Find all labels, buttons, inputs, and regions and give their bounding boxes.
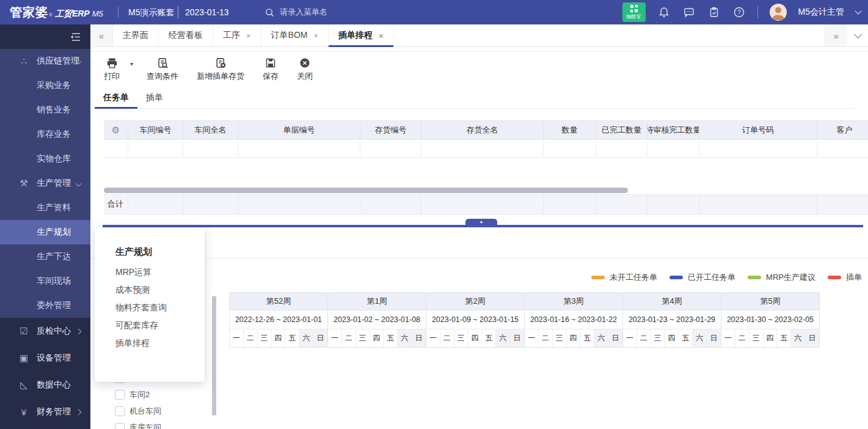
workspace-tab[interactable]: 经营看板 <box>159 24 213 46</box>
panel-splitter[interactable]: ▲ <box>103 225 863 227</box>
tab-label: 插单排程 <box>338 30 373 41</box>
workspace-tab[interactable]: 主界面 <box>113 24 159 46</box>
column-header[interactable]: 单据编号 <box>238 121 360 139</box>
legend-label: 未开工任务单 <box>610 272 657 283</box>
view-tab[interactable]: 任务单 <box>95 88 137 108</box>
sidebar-item[interactable]: 生产规划 <box>0 220 90 244</box>
view-tab[interactable]: 插单 <box>137 88 172 108</box>
menu-search-input[interactable]: 请录入菜单名 <box>264 0 327 24</box>
business-date[interactable]: 2023-01-13 <box>185 0 229 24</box>
legend-label: 已开工任务单 <box>688 272 735 283</box>
tabs-scroll-left-button[interactable]: « <box>90 24 113 46</box>
workspace-tab[interactable]: 插单排程 × <box>329 24 394 46</box>
toolbar: 打印 ▾ 查询条件 <box>104 57 313 82</box>
sidebar-item[interactable]: 生产下达 <box>0 244 90 269</box>
workspace-tabbar: « 主界面 经营看板 工序 × 订单BOM × 插单排程 × » <box>90 24 868 47</box>
total-row-cell <box>360 195 421 214</box>
tab-label: 经营看板 <box>169 30 203 41</box>
column-header[interactable]: 订单号码 <box>699 121 817 139</box>
flyout-menu-item[interactable]: MRP运算 <box>95 263 205 281</box>
workspace-tab[interactable]: 订单BOM × <box>261 24 329 46</box>
add-insert-item-button[interactable]: 新增插单存货 <box>197 57 244 82</box>
day-cell: 一 <box>721 329 735 347</box>
sidebar-item-icon: ∴ <box>18 56 29 67</box>
flyout-menu-item[interactable]: 成本预测 <box>95 281 205 299</box>
sidebar-header <box>0 24 90 49</box>
total-row-cell <box>128 195 183 214</box>
tab-label: 工序 <box>223 30 240 41</box>
task-clipboard-icon[interactable] <box>707 6 721 19</box>
checkbox[interactable] <box>115 406 125 416</box>
user-name[interactable]: M5会计主管 <box>798 7 844 18</box>
sidebar-item[interactable]: ⚒ 生产管理 <box>0 171 90 196</box>
query-conditions-button[interactable]: 查询条件 <box>147 57 178 82</box>
collapse-sidebar-icon[interactable] <box>70 32 82 42</box>
sidebar-item[interactable]: 委外管理 <box>0 293 90 318</box>
workshop-list-item[interactable]: 库房车间 <box>90 419 213 429</box>
user-menu-chevron-icon[interactable] <box>855 7 861 14</box>
sidebar-item[interactable]: 生产资料 <box>0 196 90 220</box>
tabs-scroll-right-button[interactable]: » <box>825 24 847 46</box>
column-header[interactable]: 存货全名 <box>421 121 544 139</box>
table-cell <box>360 140 421 158</box>
sidebar-item[interactable]: 车间现场 <box>0 269 90 293</box>
help-icon[interactable]: ? <box>732 6 746 19</box>
message-icon[interactable] <box>682 6 696 19</box>
table-settings-gear-icon[interactable]: ⚙ <box>112 125 120 136</box>
week-label: 第2周 <box>426 293 524 310</box>
day-cell: 二 <box>244 329 258 347</box>
column-header[interactable]: 客户 <box>817 121 868 139</box>
flyout-title[interactable]: 生产规划 <box>95 246 205 258</box>
column-header[interactable]: 车间全名 <box>183 121 238 139</box>
splitter-collapse-handle[interactable]: ▲ <box>465 219 497 225</box>
table-cell <box>544 140 596 158</box>
column-header[interactable]: 已完工数量 <box>596 121 647 139</box>
flyout-menu-item[interactable]: 物料齐套查询 <box>95 299 205 317</box>
flyout-menu-item[interactable]: 可配套库存 <box>95 317 205 334</box>
tab-close-icon[interactable]: × <box>246 31 251 40</box>
column-header[interactable]: 待审核完工数量 <box>647 121 699 139</box>
column-header[interactable]: ⚙ <box>104 121 128 139</box>
day-cell: 三 <box>454 329 469 347</box>
save-button[interactable]: 保存 <box>263 57 279 82</box>
tabs-more-button[interactable] <box>847 24 868 46</box>
day-cell: 四 <box>665 329 679 347</box>
notification-bell-icon[interactable] <box>657 6 671 19</box>
sidebar-item[interactable]: ¥ 财务管理 <box>0 398 90 425</box>
sidebar-item[interactable]: ▣ 设备管理 <box>0 345 90 372</box>
workspace-tab[interactable]: 工序 × <box>213 24 261 46</box>
sidebar-item-label: 生产下达 <box>37 251 71 262</box>
sidebar-item-label: 生产规划 <box>37 227 71 238</box>
vertical-scrollbar[interactable] <box>212 287 217 429</box>
user-avatar[interactable] <box>770 4 787 21</box>
workshop-list-item[interactable]: 机台车间 <box>90 403 213 419</box>
column-header[interactable]: 数量 <box>544 121 596 139</box>
iot-badge-button[interactable]: 物联宝 <box>622 2 646 22</box>
checkbox[interactable] <box>115 390 125 400</box>
legend-swatch <box>828 276 841 279</box>
sidebar-item[interactable]: 销售业务 <box>0 98 90 122</box>
sidebar-item[interactable]: 实物仓库 <box>0 147 90 171</box>
close-button[interactable]: 关闭 <box>297 57 313 82</box>
sidebar-item[interactable]: 库存业务 <box>0 122 90 147</box>
column-header[interactable]: 存货编号 <box>360 121 421 139</box>
sidebar-item[interactable]: ◺ 数据中心 <box>0 372 90 398</box>
week-label: 第52周 <box>230 293 327 310</box>
sidebar-item[interactable]: ☑ 质检中心 <box>0 318 90 345</box>
sidebar-item[interactable]: 采购业务 <box>0 73 90 98</box>
sidebar-item[interactable]: ∴ 供应链管理 <box>0 49 90 73</box>
vertical-scrollbar-thumb[interactable] <box>212 296 216 416</box>
print-dropdown-caret[interactable]: ▾ <box>130 61 133 67</box>
total-row-cell <box>421 195 544 214</box>
column-header[interactable]: 车间编号 <box>128 121 183 139</box>
checkbox[interactable] <box>115 423 125 429</box>
workshop-list-item[interactable]: 车间2 <box>90 386 213 403</box>
horizontal-scrollbar-thumb[interactable] <box>104 188 628 193</box>
flyout-menu-item[interactable]: 插单排程 <box>95 334 205 352</box>
tab-close-icon[interactable]: × <box>313 31 318 40</box>
account-set[interactable]: M5演示账套 <box>128 0 174 24</box>
grid-empty-row[interactable] <box>104 140 868 158</box>
print-button[interactable]: 打印 ▾ <box>104 57 120 82</box>
tab-close-icon[interactable]: × <box>379 31 384 40</box>
table-cell <box>104 140 128 158</box>
